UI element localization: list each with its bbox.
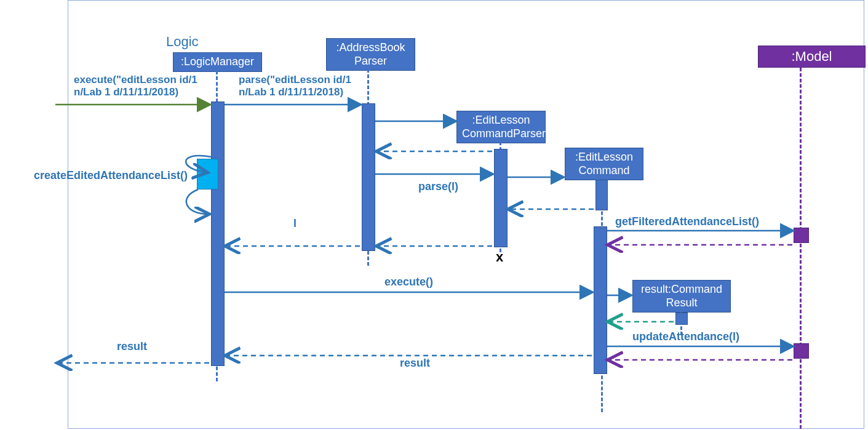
participant-edit-lesson-command-parser: :EditLesson CommandParser	[456, 111, 546, 143]
msg-parse-in: parse("editLesson id/1 n/Lab 1 d/11/11/2…	[239, 74, 351, 98]
lifeline-model	[800, 68, 802, 429]
msg-update-attendance: updateAttendance(l)	[632, 330, 739, 343]
participant-command-result: result:Command Result	[632, 280, 731, 313]
activation-edit-lesson-command-parser	[494, 149, 508, 247]
participant-logic-manager: :LogicManager	[173, 52, 262, 72]
activation-command-result	[675, 313, 688, 325]
activation-logic-manager	[211, 102, 225, 366]
msg-parse-l: parse(l)	[418, 180, 458, 193]
msg-create-edited: createEditedAttendanceList()	[34, 169, 188, 182]
participant-edit-lesson-command: :EditLesson Command	[565, 148, 643, 180]
participant-addressbook-parser: :AddressBook Parser	[326, 38, 415, 71]
activation-model-1	[794, 228, 809, 243]
msg-execute: execute()	[384, 276, 433, 289]
destroy-marker: x	[496, 249, 503, 265]
activation-edit-lesson-command-1	[595, 180, 608, 210]
logic-title: Logic	[166, 34, 199, 50]
activation-model-2	[794, 343, 809, 359]
msg-get-filtered: getFilteredAttendanceList()	[615, 215, 759, 228]
activation-cyan-self	[197, 159, 218, 189]
activation-edit-lesson-command-2	[594, 226, 607, 374]
msg-result-left: result	[117, 340, 147, 353]
msg-execute-in: execute("editLesson id/1 n/Lab 1 d/11/11…	[74, 74, 197, 98]
activation-addressbook-parser	[362, 103, 375, 251]
msg-result-mid: result	[400, 357, 430, 370]
msg-return-l: l	[293, 217, 297, 230]
participant-model: :Model	[758, 46, 866, 68]
